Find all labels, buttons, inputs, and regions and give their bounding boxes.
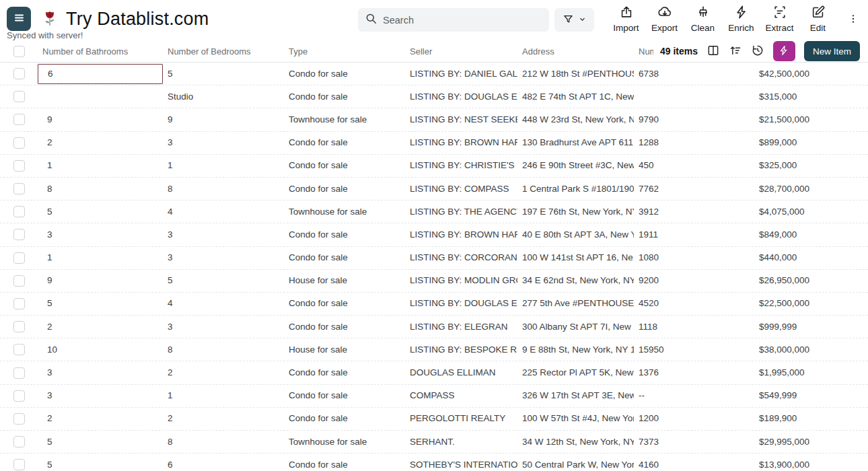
cell[interactable]: LISTING BY: COMPASS <box>405 179 517 199</box>
cell[interactable]: LISTING BY: DOUGLAS ELLI... <box>405 293 517 314</box>
toolbar-clean-button[interactable]: Clean <box>684 5 722 33</box>
cell[interactable]: 448 W 23rd St, New York, N... <box>517 110 634 130</box>
cell[interactable]: 5 <box>163 64 284 84</box>
cell[interactable]: 8 <box>163 432 284 452</box>
cell[interactable]: 1376 <box>634 363 754 383</box>
cell[interactable]: 34 W 12th St, New York, NY ... <box>517 432 634 452</box>
cell[interactable]: Townhouse for sale <box>284 202 405 222</box>
cell[interactable]: $315,000 <box>754 87 868 107</box>
column-header-3[interactable]: Seller <box>405 46 517 57</box>
cell[interactable]: Condo for sale <box>284 317 405 337</box>
hamburger-menu-button[interactable] <box>7 7 31 31</box>
column-header-1[interactable]: Number of Bedrooms <box>163 46 284 57</box>
quick-enrich-button[interactable] <box>773 41 795 61</box>
cell[interactable]: $42,500,000 <box>754 64 868 84</box>
row-checkbox[interactable] <box>13 160 25 172</box>
cell[interactable]: LISTING BY: BESPOKE REA... <box>405 340 517 360</box>
cell[interactable]: LISTING BY: ELEGRAN <box>405 317 517 337</box>
cell[interactable]: 1 Central Park S #1801/190... <box>517 179 634 199</box>
cell[interactable]: $22,500,000 <box>754 293 868 314</box>
cell[interactable]: $549,999 <box>754 386 868 406</box>
row-checkbox[interactable] <box>13 275 25 287</box>
cell[interactable]: 197 E 76th St, New York, NY... <box>517 202 634 222</box>
cell[interactable]: Condo for sale <box>284 179 405 199</box>
cell[interactable]: 2 <box>163 408 284 429</box>
cell[interactable]: 10 <box>38 340 163 360</box>
cell[interactable]: Condo for sale <box>284 408 405 429</box>
cell[interactable]: 1080 <box>634 248 754 268</box>
cell[interactable]: 3912 <box>634 202 754 222</box>
cell[interactable]: 246 E 90th Street #3C, New ... <box>517 155 634 176</box>
cell[interactable]: LISTING BY: BROWN HARRI... <box>405 225 517 245</box>
row-checkbox[interactable] <box>13 390 25 402</box>
cell[interactable] <box>634 87 754 107</box>
cell[interactable]: 1200 <box>634 408 754 429</box>
cell[interactable]: Townhouse for sale <box>284 110 405 130</box>
cell[interactable]: 1118 <box>634 317 754 337</box>
cell[interactable]: 1 <box>38 155 163 176</box>
cell[interactable]: 4520 <box>634 293 754 314</box>
cell[interactable]: SOTHEBY'S INTERNATIONA... <box>405 455 517 471</box>
cell[interactable]: 7762 <box>634 179 754 199</box>
cell[interactable]: $26,950,000 <box>754 270 868 291</box>
cell[interactable]: DOUGLAS ELLIMAN <box>405 363 517 383</box>
cell[interactable]: LISTING BY: DOUGLAS ELLI... <box>405 87 517 107</box>
cell[interactable]: $29,995,000 <box>754 432 868 452</box>
cell[interactable]: Condo for sale <box>284 363 405 383</box>
cell[interactable]: 3 <box>163 133 284 153</box>
row-checkbox[interactable] <box>13 68 25 79</box>
row-checkbox[interactable] <box>13 229 25 240</box>
cell[interactable]: $440,000 <box>754 248 868 268</box>
cell[interactable]: Condo for sale <box>284 87 405 107</box>
cell[interactable]: $325,000 <box>754 155 868 176</box>
cell[interactable]: 8 <box>163 179 284 199</box>
cell[interactable]: $899,000 <box>754 133 868 153</box>
cell[interactable]: $1,995,000 <box>754 363 868 383</box>
row-checkbox[interactable] <box>13 321 25 332</box>
cell[interactable]: Condo for sale <box>284 155 405 176</box>
cell[interactable]: 8 <box>163 340 284 360</box>
cell[interactable]: 34 E 62nd St, New York, NY ... <box>517 270 634 291</box>
cell[interactable]: 5 <box>38 202 163 222</box>
cell[interactable]: 326 W 17th St APT 3E, New ... <box>517 386 634 406</box>
cell[interactable]: LISTING BY: DANIEL GALE ... <box>405 64 517 84</box>
cell[interactable]: LISTING BY: BROWN HARRI... <box>405 133 517 153</box>
cell[interactable]: 1 <box>163 386 284 406</box>
cell[interactable]: $21,500,000 <box>754 110 868 130</box>
more-menu-button[interactable] <box>845 9 861 28</box>
cell[interactable]: 1 <box>38 248 163 268</box>
cell[interactable]: Studio <box>163 87 284 107</box>
cell[interactable]: Condo for sale <box>284 248 405 268</box>
row-checkbox[interactable] <box>13 91 25 102</box>
row-checkbox[interactable] <box>13 114 25 125</box>
cell[interactable]: 6738 <box>634 64 754 84</box>
cell[interactable]: 3 <box>38 225 163 245</box>
search-input[interactable] <box>383 15 542 26</box>
cell[interactable]: 3 <box>38 363 163 383</box>
cell[interactable]: 1288 <box>634 133 754 153</box>
cell[interactable]: 4 <box>163 293 284 314</box>
cell[interactable]: Condo for sale <box>284 64 405 84</box>
cell[interactable]: 5 <box>163 270 284 291</box>
row-checkbox[interactable] <box>13 436 25 447</box>
search-box[interactable] <box>358 8 549 32</box>
cell[interactable]: 3 <box>163 317 284 337</box>
toolbar-export-button[interactable]: Export <box>645 5 684 33</box>
cell[interactable]: 212 W 18th St #PENTHOUS... <box>517 64 634 84</box>
row-checkbox[interactable] <box>13 252 25 264</box>
cell[interactable]: 8 <box>38 179 163 199</box>
cell[interactable]: $4,075,000 <box>754 202 868 222</box>
cell[interactable]: 2 <box>163 363 284 383</box>
cell[interactable]: LISTING BY: THE AGENCY <box>405 202 517 222</box>
cell[interactable]: 9200 <box>634 270 754 291</box>
cell[interactable]: 4 <box>163 202 284 222</box>
cell[interactable]: COMPASS <box>405 386 517 406</box>
cell[interactable]: 5 <box>38 293 163 314</box>
cell[interactable]: $28,700,000 <box>754 179 868 199</box>
cell[interactable]: 3 <box>163 248 284 268</box>
cell[interactable]: 225 Rector Pl APT 5K, New ... <box>517 363 634 383</box>
cell[interactable]: PERGOLOTTI REALTY <box>405 408 517 429</box>
cell[interactable]: 1 <box>163 155 284 176</box>
cell[interactable]: Condo for sale <box>284 225 405 245</box>
row-checkbox[interactable] <box>13 367 25 379</box>
